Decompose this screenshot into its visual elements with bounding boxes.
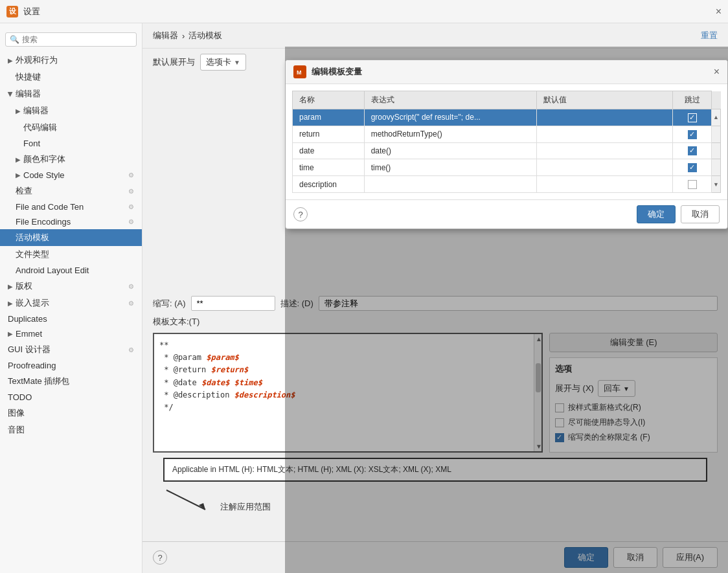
svg-text:M: M [297,69,302,76]
reset-link[interactable]: 重置 [701,30,718,41]
table-row[interactable]: timetime() [293,159,721,176]
modal-header: M 编辑模板变量 × [286,60,727,84]
skip-checkbox[interactable] [688,146,697,155]
skip-checkbox[interactable] [688,163,697,172]
col-expression: 表达式 [364,91,536,109]
modal-dialog: M 编辑模板变量 × 名称 表达式 默认值 [285,60,728,229]
table-row[interactable]: returnmethodReturnType() [293,126,721,142]
sidebar-item-duplicates[interactable]: Duplicates [0,311,142,326]
expand-value: 选项卡 [206,56,231,68]
scroll-up-arrow[interactable]: ▲ [712,114,720,120]
app-icon: 设 [6,6,18,17]
cell-default [536,176,672,193]
modal-title: 编辑模板变量 [312,66,362,78]
abbrev-label: 缩写: (A) [153,298,186,309]
content-area: 编辑器 › 活动模板 重置 默认展开与 选项卡 ▼ M [142,23,728,573]
cell-skip [673,159,712,176]
skip-checkbox[interactable] [688,130,697,139]
settings-badge-icon: ⚙ [128,218,134,225]
sidebar-item-file-encodings[interactable]: File Encodings ⚙ [0,214,142,229]
sidebar-item-gui-designer[interactable]: GUI 设计器 ⚙ [0,341,142,358]
cell-expression: time() [364,159,536,176]
sidebar-item-textmate[interactable]: TextMate 插绑包 [0,373,142,390]
sidebar: 🔍 ▶ 外观和行为 快捷键 ▶ 编辑器 ▶ 编辑器 代码编辑 Font ▶ 颜色… [0,23,142,573]
sidebar-item-font[interactable]: Font [0,136,142,151]
sidebar-item-editor-root[interactable]: ▶ 编辑器 [0,85,142,102]
sidebar-item-file-type[interactable]: 文件类型 [0,246,142,263]
breadcrumb-separator: › [182,31,185,41]
breadcrumb-parent: 编辑器 [153,30,178,41]
scroll-down-arrow[interactable]: ▼ [712,181,720,188]
cell-name: param [293,109,365,126]
chevron-right-icon: ▶ [8,57,13,64]
sidebar-item-emmet[interactable]: ▶ Emmet [0,326,142,341]
cell-skip [673,142,712,159]
sidebar-item-proofreading[interactable]: Proofreading [0,358,142,373]
table-row[interactable]: description▼ [293,176,721,193]
sidebar-item-color-font[interactable]: ▶ 颜色和字体 [0,151,142,168]
settings-badge-icon: ⚙ [128,283,134,290]
svg-line-2 [166,490,205,510]
sidebar-item-android[interactable]: Android Layout Edit [0,263,142,278]
modal-ok-button[interactable]: 确定 [637,205,676,223]
search-box[interactable]: 🔍 [5,32,137,47]
sidebar-item-code-edit[interactable]: 代码编辑 [0,119,142,136]
close-icon[interactable]: × [716,6,722,17]
chevron-down-icon: ▶ [7,91,14,96]
chevron-right-icon: ▶ [8,300,13,307]
main-layout: 🔍 ▶ 外观和行为 快捷键 ▶ 编辑器 ▶ 编辑器 代码编辑 Font ▶ 颜色… [0,23,728,573]
skip-checkbox[interactable] [688,113,697,122]
modal-app-icon: M [293,65,306,78]
help-button[interactable]: ? [293,207,308,221]
breadcrumb-current: 活动模板 [188,30,222,41]
sidebar-item-appearance[interactable]: ▶ 外观和行为 [0,52,142,69]
chevron-right-icon: ▶ [8,330,13,337]
expand-dropdown[interactable]: 选项卡 ▼ [200,54,246,71]
table-wrapper: 名称 表达式 默认值 跳过 paramgroovyScript(" def re… [292,91,721,193]
sidebar-item-editor-sub[interactable]: ▶ 编辑器 [0,102,142,119]
skip-checkbox[interactable] [688,180,697,189]
cell-skip [673,126,712,142]
variables-table: 名称 表达式 默认值 跳过 paramgroovyScript(" def re… [292,91,721,193]
table-row[interactable]: datedate() [293,142,721,159]
modal-close-icon[interactable]: × [714,66,720,78]
chevron-right-icon: ▶ [16,172,21,179]
titlebar: 设 设置 × [0,0,728,23]
col-default: 默认值 [536,91,672,109]
settings-badge-icon: ⚙ [128,346,134,354]
breadcrumb: 编辑器 › 活动模板 [153,30,222,41]
cell-name: date [293,142,365,159]
abbrev-input[interactable] [191,296,275,311]
chevron-right-icon: ▶ [16,156,21,163]
sidebar-item-copyright[interactable]: ▶ 版权 ⚙ [0,278,142,295]
sidebar-item-check[interactable]: 检查 ⚙ [0,183,142,199]
search-input[interactable] [22,35,132,44]
settings-badge-icon: ⚙ [128,300,134,307]
search-icon: 🔍 [10,35,19,44]
cell-default [536,109,672,126]
settings-badge-icon: ⚙ [128,188,134,195]
cell-default [536,159,672,176]
sidebar-item-file-code-ten[interactable]: File and Code Ten ⚙ [0,199,142,214]
sidebar-item-image[interactable]: 图像 [0,405,142,421]
sidebar-item-live-templates[interactable]: 活动模板 [0,229,142,246]
expand-label: 默认展开与 [153,56,195,68]
modal-overlay: M 编辑模板变量 × 名称 表达式 默认值 [285,47,728,573]
table-row[interactable]: paramgroovyScript(" def result=''; de...… [293,109,721,126]
cell-expression [364,176,536,193]
cell-skip [673,109,712,126]
chevron-right-icon: ▶ [16,107,21,115]
sidebar-item-shortcuts[interactable]: 快捷键 [0,69,142,85]
sidebar-item-audio[interactable]: 音图 [0,421,142,438]
col-name: 名称 [293,91,365,109]
cell-expression: groovyScript(" def result=''; de... [364,109,536,126]
cell-skip [673,176,712,193]
content-header: 编辑器 › 活动模板 重置 [142,23,728,49]
sidebar-item-embedded-hints[interactable]: ▶ 嵌入提示 ⚙ [0,295,142,311]
col-skip: 跳过 [673,91,712,109]
modal-cancel-button[interactable]: 取消 [681,205,720,223]
sidebar-item-todo[interactable]: TODO [0,390,142,405]
hint-text: 注解应用范围 [220,501,271,513]
sidebar-item-code-style[interactable]: ▶ Code Style ⚙ [0,168,142,183]
help-button-bottom[interactable]: ? [153,550,167,565]
